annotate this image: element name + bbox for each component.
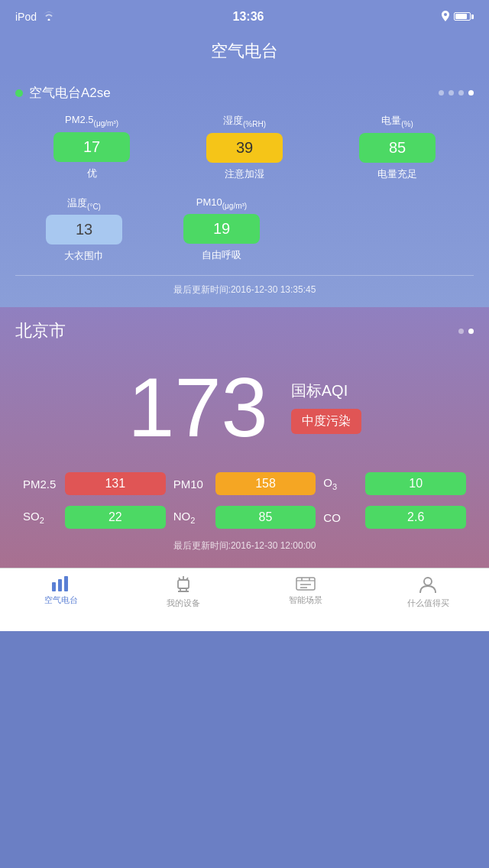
pm10-desc: 自由呼吸 <box>202 248 241 262</box>
svg-point-7 <box>424 578 432 585</box>
city-section: 北京市 173 国标AQI 中度污染 PM2.5 131 PM10 158 O3… <box>0 307 489 568</box>
wifi-icon <box>43 11 55 23</box>
tab-air-icon <box>50 575 72 591</box>
temperature-value: 13 <box>46 215 122 245</box>
status-time: 13:36 <box>233 10 264 24</box>
pollutant-so2-value: 22 <box>65 506 166 529</box>
pollutant-co-label: CO <box>323 511 358 524</box>
aqi-right: 国标AQI 中度污染 <box>291 381 361 434</box>
aqi-badge: 中度污染 <box>291 409 361 434</box>
aqi-main: 173 国标AQI 中度污染 <box>15 350 474 472</box>
tab-devices[interactable]: 我的设备 <box>122 575 244 609</box>
svg-rect-3 <box>178 580 189 588</box>
metrics-top: PM2.5(μg/m³) 17 优 湿度(%RH) 39 注意加湿 电量(%) … <box>15 114 474 181</box>
tab-bar: 空气电台 我的设备 智能场景 <box>0 568 489 631</box>
status-left: iPod <box>15 11 55 23</box>
tab-profile[interactable]: 什么值得买 <box>367 575 489 609</box>
dot-1 <box>439 90 444 96</box>
tab-scenes[interactable]: 智能场景 <box>244 575 367 606</box>
pollutant-pm10: PM10 158 <box>173 472 316 495</box>
device-page-dots <box>439 90 474 96</box>
device-label: iPod <box>15 11 37 23</box>
city-header: 北京市 <box>15 319 474 342</box>
aqi-number: 173 <box>128 365 268 449</box>
pollutant-pm25-value: 131 <box>65 472 166 495</box>
humidity-metric: 湿度(%RH) 39 注意加湿 <box>206 114 283 181</box>
battery-metric: 电量(%) 85 电量充足 <box>359 114 436 181</box>
pollutant-co-value: 2.6 <box>365 506 466 529</box>
device-name: 空气电台A2se <box>29 84 111 102</box>
pm25-metric: PM2.5(μg/m³) 17 优 <box>53 114 130 181</box>
tab-scenes-icon <box>295 575 316 591</box>
pollutant-o3-value: 10 <box>365 472 466 495</box>
pollutant-no2-value: 85 <box>215 506 316 529</box>
device-update-time: 最后更新时间:2016-12-30 13:35:45 <box>15 275 474 307</box>
metrics-bottom: 温度(°C) 13 大衣围巾 PM10(μg/m³) 19 自由呼吸 <box>15 196 474 264</box>
pollutant-no2-label: NO2 <box>173 510 208 525</box>
temperature-label: 温度(°C) <box>67 196 101 211</box>
temperature-metric: 温度(°C) 13 大衣围巾 <box>46 196 122 264</box>
pm25-label: PM2.5(μg/m³) <box>65 114 118 128</box>
pollutant-pm10-value: 158 <box>215 472 316 495</box>
tab-profile-icon <box>418 575 438 594</box>
dot-3 <box>458 90 464 96</box>
pollutant-grid: PM2.5 131 PM10 158 O3 10 SO2 22 NO2 85 C… <box>15 472 474 529</box>
device-name-row: 空气电台A2se <box>15 84 111 102</box>
svg-rect-0 <box>52 582 56 591</box>
city-dot-1 <box>458 329 464 334</box>
pm10-value: 19 <box>183 214 260 244</box>
tab-air-label: 空气电台 <box>44 594 78 606</box>
pollutant-co: CO 2.6 <box>323 506 466 529</box>
battery-label: 电量(%) <box>381 114 413 128</box>
pollutant-so2-label: SO2 <box>23 510 57 525</box>
pm10-metric: PM10(μg/m³) 19 自由呼吸 <box>183 196 260 264</box>
tab-profile-label: 什么值得买 <box>407 598 449 609</box>
location-icon <box>442 11 449 24</box>
humidity-label: 湿度(%RH) <box>223 114 266 128</box>
battery-desc: 电量充足 <box>377 167 417 181</box>
pollutant-pm10-label: PM10 <box>173 478 208 491</box>
pollutant-no2: NO2 85 <box>173 506 316 529</box>
status-bar: iPod 13:36 <box>0 0 489 34</box>
tab-air[interactable]: 空气电台 <box>0 575 122 606</box>
device-section: 空气电台A2se PM2.5(μg/m³) 17 优 湿度(%RH) 39 注意… <box>0 73 489 307</box>
tab-devices-icon <box>173 575 193 594</box>
battery-icon <box>454 11 474 23</box>
svg-rect-1 <box>58 579 62 591</box>
battery-value: 85 <box>359 133 436 163</box>
tab-scenes-label: 智能场景 <box>289 594 322 606</box>
city-page-dots <box>458 329 474 334</box>
online-dot <box>15 89 23 97</box>
dot-4 <box>468 90 474 96</box>
app-title: 空气电台 <box>0 34 489 73</box>
pollutant-so2: SO2 22 <box>23 506 166 529</box>
pollutant-pm25-label: PM2.5 <box>23 478 57 491</box>
tab-devices-label: 我的设备 <box>167 598 200 609</box>
humidity-desc: 注意加湿 <box>225 167 264 181</box>
pollutant-o3-label: O3 <box>323 476 358 491</box>
pm25-desc: 优 <box>87 167 97 180</box>
pm25-value: 17 <box>53 132 130 162</box>
humidity-value: 39 <box>206 133 283 163</box>
status-right <box>442 11 474 24</box>
city-update-time: 最后更新时间:2016-12-30 12:00:00 <box>15 539 474 552</box>
city-name: 北京市 <box>15 319 66 342</box>
dot-2 <box>449 90 454 96</box>
city-dot-2 <box>468 329 474 334</box>
pollutant-pm25: PM2.5 131 <box>23 472 166 495</box>
temperature-desc: 大衣围巾 <box>64 249 104 263</box>
device-header: 空气电台A2se <box>15 84 474 102</box>
pm10-label: PM10(μg/m³) <box>196 196 247 210</box>
pollutant-o3: O3 10 <box>323 472 466 495</box>
svg-rect-2 <box>64 576 68 591</box>
aqi-label: 国标AQI <box>291 381 361 401</box>
